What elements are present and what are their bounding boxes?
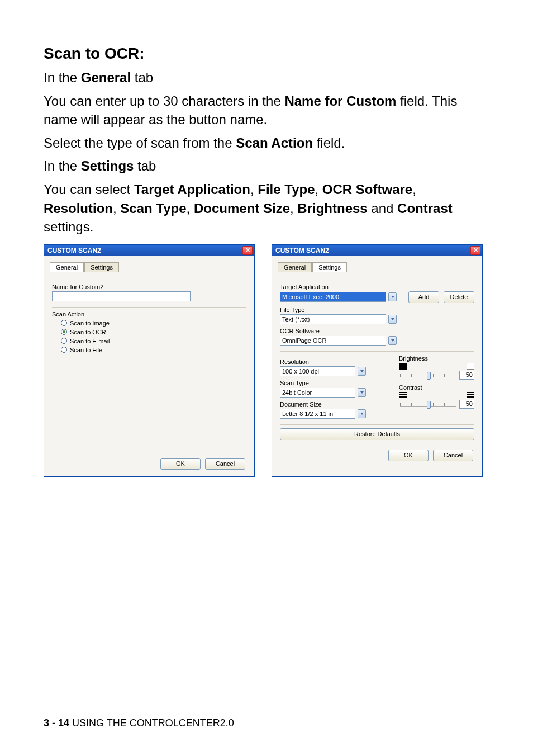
bold-text: Contrast	[397, 201, 453, 216]
delete-button[interactable]: Delete	[444, 291, 474, 303]
cancel-button[interactable]: Cancel	[433, 450, 473, 461]
bold-text: Brightness	[297, 201, 367, 216]
paragraph-4: In the Settings tab	[44, 157, 489, 176]
text: ,	[315, 182, 322, 197]
document-size-select[interactable]: Letter 8 1/2 x 11 in	[280, 409, 367, 419]
file-type-select[interactable]: Text (*.txt)	[280, 314, 406, 324]
chevron-down-icon[interactable]	[388, 336, 397, 345]
brightness-value[interactable]: 50	[459, 371, 474, 380]
file-type-label: File Type	[280, 306, 474, 313]
titlebar[interactable]: CUSTOM SCAN2 ✕	[44, 245, 254, 256]
tab-strip: General Settings	[278, 262, 477, 272]
text: Select the type of scan from the	[44, 135, 236, 150]
bold-text: Settings	[81, 158, 134, 173]
footer-section: USING THE CONTROLCENTER2.0	[69, 717, 234, 729]
tab-settings[interactable]: Settings	[312, 262, 347, 272]
cancel-button[interactable]: Cancel	[205, 458, 245, 470]
text: ,	[187, 201, 194, 216]
text: tab	[131, 70, 153, 85]
chevron-down-icon[interactable]	[358, 367, 366, 376]
tab-general[interactable]: General	[50, 262, 84, 272]
select-value: Letter 8 1/2 x 11 in	[280, 409, 355, 419]
page-footer: 3 - 14 USING THE CONTROLCENTER2.0	[44, 717, 234, 729]
restore-defaults-button[interactable]: Restore Defaults	[280, 428, 474, 440]
slider-thumb[interactable]	[427, 372, 431, 380]
target-application-select[interactable]: Microsoft Excel 2000	[280, 292, 404, 302]
radio-scan-to-ocr[interactable]: Scan to OCR	[61, 329, 246, 336]
divider	[52, 307, 246, 308]
bold-text: General	[81, 70, 131, 85]
text: You can enter up to 30 characters in the	[44, 93, 284, 108]
chevron-down-icon[interactable]	[388, 292, 397, 301]
radio-icon	[61, 320, 67, 326]
paragraph-1: In the General tab	[44, 68, 489, 87]
paragraph-2: You can enter up to 30 characters in the…	[44, 92, 489, 129]
chevron-down-icon[interactable]	[388, 315, 397, 324]
text: You can select	[44, 182, 134, 197]
ok-button[interactable]: OK	[388, 450, 429, 461]
text: ,	[290, 201, 297, 216]
bold-text: Name for Custom	[284, 93, 396, 108]
page-number: 3 - 14	[44, 717, 69, 729]
scan-type-select[interactable]: 24bit Color	[280, 388, 367, 398]
divider	[280, 424, 474, 425]
radio-scan-to-email[interactable]: Scan to E-mail	[61, 338, 246, 344]
radio-scan-to-file[interactable]: Scan to File	[61, 347, 246, 353]
target-application-label: Target Application	[280, 284, 474, 290]
document-size-label: Document Size	[280, 401, 389, 408]
radio-icon	[61, 338, 67, 344]
section-heading: Scan to OCR:	[44, 45, 489, 63]
slider-thumb[interactable]	[427, 401, 431, 409]
select-value: 100 x 100 dpi	[280, 366, 355, 376]
text: field.	[313, 135, 345, 150]
custom-scan-dialog-general: CUSTOM SCAN2 ✕ General Settings Name for…	[44, 244, 255, 477]
bold-text: Scan Action	[236, 135, 313, 150]
radio-icon	[61, 329, 67, 335]
text: tab	[134, 158, 156, 173]
contrast-value[interactable]: 50	[459, 400, 474, 409]
paragraph-5: You can select Target Application, File …	[44, 180, 489, 237]
scan-type-label: Scan Type	[280, 380, 389, 386]
tab-settings[interactable]: Settings	[84, 262, 119, 272]
brightness-label: Brightness	[399, 355, 474, 362]
radio-label: Scan to E-mail	[70, 338, 110, 344]
window-title: CUSTOM SCAN2	[47, 247, 101, 254]
bold-text: Scan Type	[120, 201, 186, 216]
radio-label: Scan to File	[70, 347, 102, 353]
window-title: CUSTOM SCAN2	[275, 247, 329, 254]
close-icon[interactable]: ✕	[242, 246, 253, 255]
close-icon[interactable]: ✕	[470, 246, 480, 255]
name-for-custom-label: Name for Custom2	[52, 284, 246, 290]
brightness-light-icon	[467, 363, 474, 370]
brightness-slider[interactable]	[400, 375, 456, 377]
select-value: OmniPage OCR	[280, 336, 386, 346]
radio-label: Scan to Image	[70, 320, 110, 327]
ok-button[interactable]: OK	[160, 458, 201, 470]
radio-icon	[61, 347, 67, 353]
contrast-slider[interactable]	[400, 404, 456, 407]
select-value: Text (*.txt)	[280, 314, 386, 324]
radio-label: Scan to OCR	[70, 329, 106, 336]
chevron-down-icon[interactable]	[358, 388, 366, 397]
text: ,	[113, 201, 120, 216]
scan-action-group: Scan to Image Scan to OCR Scan to E-mail…	[61, 320, 246, 353]
custom-scan-dialog-settings: CUSTOM SCAN2 ✕ General Settings Target A…	[272, 244, 483, 477]
add-button[interactable]: Add	[408, 291, 439, 303]
tab-general[interactable]: General	[278, 262, 312, 272]
name-for-custom-input[interactable]	[52, 291, 191, 301]
text: ,	[412, 182, 416, 197]
brightness-dark-icon	[399, 363, 407, 370]
radio-scan-to-image[interactable]: Scan to Image	[61, 320, 246, 327]
divider	[280, 351, 474, 352]
ocr-software-label: OCR Software	[280, 328, 474, 334]
select-value: Microsoft Excel 2000	[280, 292, 386, 302]
titlebar[interactable]: CUSTOM SCAN2 ✕	[272, 245, 482, 256]
ocr-software-select[interactable]: OmniPage OCR	[280, 336, 406, 346]
resolution-select[interactable]: 100 x 100 dpi	[280, 366, 367, 376]
resolution-label: Resolution	[280, 358, 389, 365]
bold-text: OCR Software	[322, 182, 412, 197]
contrast-low-icon	[399, 392, 407, 399]
text: and	[368, 201, 397, 216]
contrast-label: Contrast	[399, 384, 474, 391]
chevron-down-icon[interactable]	[358, 409, 366, 418]
